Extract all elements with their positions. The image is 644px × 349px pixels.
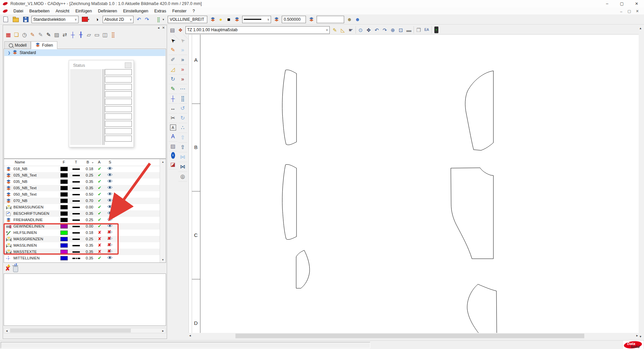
pan-hand-icon[interactable]: ✥	[365, 26, 373, 34]
ea-icon[interactable]: EA	[423, 26, 431, 34]
hatch-icon[interactable]: ▨	[169, 142, 177, 151]
layer-row-partial[interactable]: ✔	[4, 261, 160, 263]
layer-name[interactable]: GEWINDELINIEN	[13, 224, 44, 228]
new-file-button[interactable]	[1, 15, 10, 23]
color-select-button[interactable]: ▾	[80, 15, 91, 23]
layer-color-swatch[interactable]	[60, 173, 68, 178]
panel-grip[interactable]: ◂✕	[3, 25, 167, 31]
layer-linetype[interactable]	[72, 251, 82, 253]
layer-hidden-eye-icon[interactable]: ✘	[106, 237, 113, 241]
column-header-s[interactable]: S	[109, 160, 111, 164]
coordinate-mode-dropdown[interactable]: Absolut 2D∨	[103, 16, 133, 23]
scroll-left-icon[interactable]: ◂	[4, 328, 9, 333]
close-button[interactable]: ✕	[629, 0, 644, 7]
extra-input[interactable]	[317, 16, 344, 23]
layer-color-swatch[interactable]	[60, 250, 68, 254]
arrows2-dark-icon[interactable]: »	[178, 55, 187, 65]
black-swatch-icon[interactable]: ■	[225, 15, 233, 23]
layer-active-check-icon[interactable]: ✔	[96, 255, 103, 260]
layer-linetype[interactable]	[72, 219, 82, 221]
hatch-box-icon[interactable]: ▨	[53, 31, 61, 39]
layer-width[interactable]: 0.70	[81, 199, 93, 203]
layers-diamond-icon[interactable]	[272, 15, 280, 23]
close-icon[interactable]: ✕	[161, 26, 166, 30]
layer-linetype[interactable]	[72, 213, 82, 214]
arrow-up-light-icon[interactable]: ⇧	[178, 133, 187, 143]
layer-width[interactable]: 0.35	[81, 186, 93, 190]
layer-color-swatch[interactable]	[60, 243, 68, 248]
layer-active-check-icon[interactable]: ✔	[96, 204, 103, 209]
layer-row-035_NB_Text[interactable]: 035_NB_Text0.35✔	[4, 185, 160, 191]
menu-item-extras[interactable]: Extras	[151, 8, 169, 14]
layer-linetype[interactable]	[72, 239, 82, 240]
layer-row-MASSTEXTE[interactable]: MASSTEXTE0.35✘✘	[4, 249, 160, 255]
zoom-window-icon[interactable]: ⊙	[357, 26, 365, 34]
mdi-restore-button[interactable]: ▢	[625, 8, 633, 14]
layer-row-050_NB_Text[interactable]: 050_NB_Text0.50✔	[4, 191, 160, 198]
part-upper-arm-left-1[interactable]	[282, 70, 297, 145]
layers-diamond-icon[interactable]	[233, 15, 241, 23]
zoom-prev-icon[interactable]: ↶	[373, 26, 381, 34]
layer-visible-eye-icon[interactable]	[106, 192, 113, 196]
cube-flat-icon[interactable]: ▭	[93, 31, 101, 39]
layer-name[interactable]: BEMASSUNGEN	[13, 205, 43, 209]
rotate-copy-icon[interactable]: ↻	[169, 74, 177, 84]
layer-width[interactable]: 0.00	[81, 224, 93, 228]
layer-width[interactable]: 0.35	[81, 250, 93, 254]
layer-visible-eye-icon[interactable]	[106, 173, 113, 177]
layer-visible-eye-icon[interactable]	[106, 198, 113, 203]
part-calf-right[interactable]	[467, 284, 497, 333]
part-shin-right[interactable]	[451, 168, 493, 259]
scale-dropdown[interactable]: TZ 1.00:1.00 Hauptmaßstab ∨	[185, 26, 330, 34]
layer-row-018_NB[interactable]: 018_NB0.18✔	[4, 166, 160, 172]
selection-mode-dropdown[interactable]: Standardselektion∨	[32, 16, 78, 23]
layer-row-025_NB_Text[interactable]: 025_NB_Text0.25✔	[4, 172, 160, 179]
part-upper-arm-left-2[interactable]	[282, 164, 297, 240]
layer-linetype[interactable]	[72, 245, 82, 246]
line-type-dropdown[interactable]: ∨	[242, 16, 271, 23]
table-scrollbar[interactable]: ▴ ▾	[160, 159, 166, 262]
rotate-ccw-icon[interactable]: ↺	[178, 104, 187, 113]
zoom-page-icon[interactable]: ⊡	[397, 26, 405, 34]
dots-grid-blue-icon[interactable]: ⣿	[178, 94, 187, 104]
menu-item-datei[interactable]: Datei	[10, 8, 26, 14]
bulb-icon[interactable]: ●	[217, 15, 225, 23]
dimension-n-icon[interactable]: ↔	[169, 104, 177, 113]
layer-name[interactable]: HILFSLINIEN	[13, 231, 37, 235]
layer-width[interactable]: 0.35	[81, 256, 93, 260]
menu-item-?[interactable]: ?	[190, 8, 198, 14]
layer-active-check-icon[interactable]: ✔	[96, 172, 103, 178]
line-width-input[interactable]	[282, 16, 306, 23]
expand-arrow-icon[interactable]: ❯	[8, 51, 10, 55]
palette-icon[interactable]: ❖	[176, 26, 184, 34]
dots-row-icon[interactable]: ⋯	[178, 84, 187, 94]
layer-linetype[interactable]	[72, 181, 82, 183]
grid-settings-button[interactable]: ⣿▾	[152, 15, 166, 23]
layer-visible-eye-icon[interactable]	[106, 211, 113, 215]
layer-width[interactable]: 0.35	[81, 243, 93, 247]
layer-row-MITTELLINIEN[interactable]: MITTELLINIEN0.35✔	[4, 255, 160, 261]
layer-visible-eye-icon[interactable]	[106, 179, 113, 184]
layer-name[interactable]: MASSGRENZEN	[13, 237, 43, 241]
arrows2-red2-icon[interactable]: »	[178, 74, 187, 84]
column-header-name[interactable]: Name	[15, 160, 25, 164]
contrast-mode-button[interactable]: ◑	[93, 15, 101, 23]
open-file-button[interactable]	[11, 15, 20, 23]
layer-name[interactable]: MASSLINIEN	[13, 243, 37, 247]
vertical-scrollbar[interactable]: ▴ ▾	[639, 26, 644, 339]
layer-table-header[interactable]: ⌄ Name F T B A S	[4, 159, 160, 166]
menu-item-definieren[interactable]: Definieren	[95, 8, 120, 14]
arrow-up-dark-icon[interactable]: ⇧	[178, 143, 187, 152]
menu-item-einfgen[interactable]: Einfügen	[72, 8, 95, 14]
delete-layer-button[interactable]: ✘	[5, 265, 10, 272]
layer-name[interactable]: 018_NB	[13, 167, 28, 171]
layer-name[interactable]: FREIHANDLINIE	[13, 218, 43, 222]
mdi-minimize-button[interactable]: –	[617, 8, 625, 14]
menu-item-ansicht[interactable]: Ansicht	[53, 8, 72, 14]
layer-visible-eye-icon[interactable]	[106, 205, 113, 209]
layer-inactive-cross-icon[interactable]: ✘	[96, 243, 103, 248]
scrollbar-thumb[interactable]	[235, 334, 584, 338]
layer-linetype[interactable]	[72, 258, 82, 259]
cut-icon[interactable]: ✂	[169, 113, 177, 123]
clock-edit-icon[interactable]: ◷	[20, 31, 29, 39]
